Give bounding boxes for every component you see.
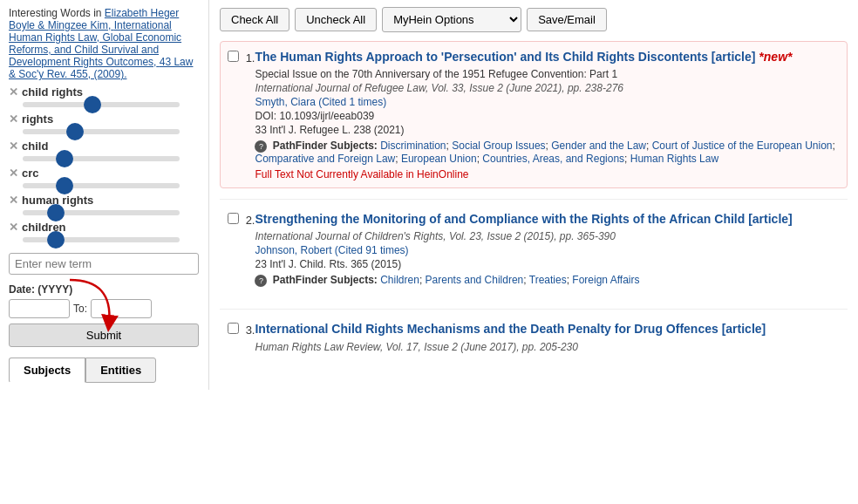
save-email-button[interactable]: Save/Email xyxy=(527,8,607,31)
submit-button[interactable]: Submit xyxy=(9,324,199,347)
term-label-rights: rights xyxy=(22,112,53,126)
result-journal-3: Human Rights Law Review, Vol. 17, Issue … xyxy=(255,341,840,353)
date-to-input[interactable] xyxy=(91,299,152,318)
remove-child[interactable]: ✕ xyxy=(9,140,18,153)
result-title-2[interactable]: Strengthening the Monitoring of and Comp… xyxy=(255,211,840,227)
uncheck-all-button[interactable]: Uncheck All xyxy=(295,8,377,31)
result-item-2: 2. Strengthening the Monitoring of and C… xyxy=(220,203,848,298)
result-content-1: The Human Rights Approach to 'Persecutio… xyxy=(255,49,840,180)
date-to-label: To: xyxy=(73,303,87,315)
result-item-1: 1. The Human Rights Approach to 'Persecu… xyxy=(220,41,848,188)
pathfinder-link-parents[interactable]: Parents and Children xyxy=(426,274,524,286)
pathfinder-link-children[interactable]: Children xyxy=(380,274,419,286)
term-children: ✕ children xyxy=(9,221,200,242)
check-all-button[interactable]: Check All xyxy=(220,8,289,31)
term-label-child-rights: child rights xyxy=(22,85,83,99)
term-child-rights: ✕ child rights xyxy=(9,85,200,107)
sidebar: Interesting Words in Elizabeth Heger Boy… xyxy=(0,0,209,390)
term-label-crc: crc xyxy=(22,167,39,180)
term-crc: ✕ crc xyxy=(9,167,200,188)
term-rights: ✕ rights xyxy=(9,112,200,134)
interesting-words-label: Interesting Words xyxy=(9,7,91,19)
tab-entities[interactable]: Entities xyxy=(85,358,156,383)
result-new-badge-1: *new* xyxy=(759,50,792,64)
pathfinder-link-comparative[interactable]: Comparative and Foreign Law xyxy=(255,153,395,165)
result-author-link-1[interactable]: Smyth, Ciara (Cited 1 times) xyxy=(255,96,386,108)
result-checkbox-2[interactable] xyxy=(228,213,239,224)
slider-child[interactable] xyxy=(23,156,200,161)
term-label-child: child xyxy=(22,140,48,153)
result-title-link-3[interactable]: International Child Rights Mechanisms an… xyxy=(255,322,766,336)
result-title-link-2[interactable]: Strengthening the Monitoring of and Comp… xyxy=(255,212,792,226)
date-from-input[interactable] xyxy=(9,299,70,318)
result-author-1: Smyth, Ciara (Cited 1 times) xyxy=(255,96,840,108)
result-doi-1: DOI: 10.1093/ijrl/eeab039 xyxy=(255,110,840,122)
result-checkbox-1[interactable] xyxy=(228,51,239,62)
slider-crc[interactable] xyxy=(23,183,200,188)
pathfinder-icon-1: ? xyxy=(255,140,267,153)
remove-rights[interactable]: ✕ xyxy=(9,112,18,126)
remove-child-rights[interactable]: ✕ xyxy=(9,85,18,99)
result-title-1[interactable]: The Human Rights Approach to 'Persecutio… xyxy=(255,49,840,65)
slider-rights[interactable] xyxy=(23,129,200,134)
result-item-3: 3. International Child Rights Mechanisms… xyxy=(220,313,848,362)
result-pathfinder-1: ? PathFinder Subjects: Discrimination; S… xyxy=(255,140,840,165)
result-citation-2: 23 Int'l J. Child. Rts. 365 (2015) xyxy=(255,258,840,270)
result-fulltext-1: Full Text Not Currently Available in Hei… xyxy=(255,168,840,180)
date-section: Date: (YYYY) To: xyxy=(9,283,200,318)
result-author-2: Johnson, Robert (Cited 91 times) xyxy=(255,244,840,256)
pathfinder-link-gender[interactable]: Gender and the Law xyxy=(551,140,646,152)
pathfinder-link-human-rights-law[interactable]: Human Rights Law xyxy=(630,153,718,165)
myhein-options-select[interactable]: MyHein Options Save to Folder Export Pri… xyxy=(382,7,521,32)
result-subtitle-1: Special Issue on the 70th Anniversary of… xyxy=(255,68,840,80)
sidebar-title: Interesting Words in Elizabeth Heger Boy… xyxy=(9,7,200,80)
pathfinder-icon-2: ? xyxy=(255,275,267,287)
slider-human-rights[interactable] xyxy=(23,210,200,215)
remove-human-rights[interactable]: ✕ xyxy=(9,194,18,207)
result-pathfinder-2: ? PathFinder Subjects: Children; Parents… xyxy=(255,274,840,287)
results-list: 1. The Human Rights Approach to 'Persecu… xyxy=(220,41,848,363)
new-term-input[interactable] xyxy=(9,253,199,275)
result-title-3[interactable]: International Child Rights Mechanisms an… xyxy=(255,321,840,337)
result-author-link-2[interactable]: Johnson, Robert (Cited 91 times) xyxy=(255,244,408,256)
slider-children[interactable] xyxy=(23,237,200,242)
result-content-2: Strengthening the Monitoring of and Comp… xyxy=(255,211,840,290)
result-checkbox-3[interactable] xyxy=(228,323,239,334)
toolbar: Check All Uncheck All MyHein Options Sav… xyxy=(220,7,848,32)
slider-child-rights[interactable] xyxy=(23,102,200,107)
pathfinder-link-countries[interactable]: Countries, Areas, and Regions xyxy=(482,153,624,165)
pathfinder-link-discrimination[interactable]: Discrimination xyxy=(380,140,446,152)
pathfinder-link-treaties[interactable]: Treaties xyxy=(529,274,567,286)
remove-children[interactable]: ✕ xyxy=(9,221,18,234)
result-title-link-1[interactable]: The Human Rights Approach to 'Persecutio… xyxy=(255,50,755,64)
date-row: To: xyxy=(9,299,200,318)
result-journal-2: International Journal of Children's Righ… xyxy=(255,230,840,242)
divider-1 xyxy=(220,199,848,200)
result-journal-1: International Journal of Refugee Law, Vo… xyxy=(255,82,840,94)
pathfinder-link-foreign-affairs[interactable]: Foreign Affairs xyxy=(572,274,639,286)
divider-2 xyxy=(220,309,848,310)
result-num-1: 1. xyxy=(228,49,255,65)
main-content: Check All Uncheck All MyHein Options Sav… xyxy=(209,0,858,390)
pathfinder-link-cjeu[interactable]: Court of Justice of the European Union xyxy=(652,140,833,152)
pathfinder-link-social-group[interactable]: Social Group Issues xyxy=(452,140,545,152)
result-citation-1: 33 Int'l J. Refugee L. 238 (2021) xyxy=(255,124,840,136)
result-content-3: International Child Rights Mechanisms an… xyxy=(255,321,840,354)
remove-crc[interactable]: ✕ xyxy=(9,167,18,180)
tab-row: Subjects Entities xyxy=(9,358,200,383)
sidebar-in-label: in xyxy=(93,7,105,19)
arrow-container: Submit xyxy=(9,324,200,354)
term-human-rights: ✕ human rights xyxy=(9,194,200,215)
result-num-3: 3. xyxy=(228,321,255,337)
tab-subjects[interactable]: Subjects xyxy=(9,358,85,383)
date-label: Date: (YYYY) xyxy=(9,283,200,296)
result-num-2: 2. xyxy=(228,211,255,227)
pathfinder-link-eu[interactable]: European Union xyxy=(401,153,477,165)
term-child: ✕ child xyxy=(9,140,200,161)
